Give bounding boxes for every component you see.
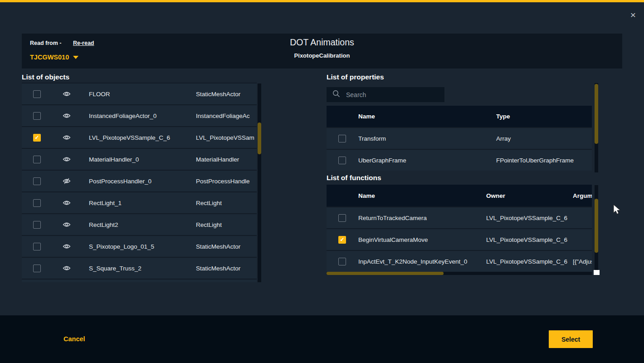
function-name: InpActEvt_T_K2Node_InputKeyEvent_0 — [358, 251, 467, 272]
dialog-header: Read from - Re-read TJCGWS010 DOT Animat… — [22, 34, 622, 69]
eye-icon[interactable] — [63, 265, 71, 272]
object-row[interactable]: S_Pixotope_Logo_01_5 StaticMeshActor — [22, 235, 257, 257]
function-name: BeginVirtualCameraMove — [358, 229, 428, 250]
object-name: RectLight_1 — [89, 192, 122, 213]
function-arguments — [573, 207, 592, 228]
column-header-name: Name — [358, 106, 375, 127]
property-name: UberGraphFrame — [358, 150, 406, 171]
checkbox-unchecked[interactable] — [33, 90, 41, 98]
property-name: Transform — [358, 128, 386, 149]
column-header-arguments: Argume — [573, 185, 592, 206]
object-row-selected[interactable]: LVL_PixotopeVSSample_C_6 LVL_PixotopeVSS… — [22, 126, 257, 148]
function-row[interactable]: ReturnToTrackedCamera LVL_PixotopeVSSamp… — [327, 206, 592, 228]
object-row[interactable]: PostProcessHandler_0 PostProcessHandle — [22, 170, 257, 191]
object-row[interactable]: MaterialHandler_0 MaterialHandler — [22, 148, 257, 170]
object-type: InstancedFoliageAc — [196, 105, 257, 126]
object-row[interactable]: InstancedFoliageActor_0 InstancedFoliage… — [22, 104, 257, 126]
checkbox-unchecked[interactable] — [338, 135, 346, 142]
objects-heading: List of objects — [22, 73, 69, 81]
checkbox-unchecked[interactable] — [33, 265, 41, 272]
checkbox-unchecked[interactable] — [338, 157, 346, 164]
eye-icon[interactable] — [63, 90, 71, 98]
eye-icon[interactable] — [63, 156, 71, 163]
functions-scrollbar[interactable] — [595, 185, 598, 275]
checkbox-unchecked[interactable] — [33, 243, 41, 250]
eye-icon[interactable] — [63, 199, 71, 206]
functions-heading: List of functions — [327, 174, 381, 182]
scrollbar-corner — [594, 270, 600, 275]
column-header-owner: Owner — [486, 185, 505, 206]
object-type: MaterialHandler — [196, 149, 257, 170]
partial-row — [22, 279, 257, 282]
checkbox-unchecked[interactable] — [338, 258, 346, 265]
property-row[interactable]: Transform Array — [327, 127, 592, 149]
object-type: PostProcessHandle — [196, 171, 257, 191]
checkbox-unchecked[interactable] — [33, 112, 41, 120]
eye-icon[interactable] — [63, 112, 71, 119]
function-name: ReturnToTrackedCamera — [358, 207, 427, 228]
mouse-cursor — [613, 204, 621, 215]
window-accent-bar — [0, 0, 644, 2]
object-row[interactable]: RectLight2 RectLight — [22, 213, 257, 235]
object-name: S_Square_Truss_2 — [89, 258, 141, 279]
dialog-subtitle: PixotopeCalibration — [22, 52, 622, 59]
checkbox-checked[interactable] — [33, 134, 41, 142]
properties-table-header: Name Type — [327, 106, 592, 127]
properties-scrollbar[interactable] — [595, 83, 598, 172]
dialog-footer — [0, 315, 644, 363]
properties-scrollbar-thumb[interactable] — [595, 84, 598, 144]
function-arguments: [{"Adjus — [573, 251, 592, 272]
checkbox-unchecked[interactable] — [338, 214, 346, 222]
object-type: StaticMeshActor — [196, 83, 257, 104]
dialog-title: DOT Animations — [22, 37, 622, 48]
functions-hscrollbar-thumb[interactable] — [327, 272, 444, 275]
checkbox-unchecked[interactable] — [33, 221, 41, 229]
search-icon — [332, 90, 340, 99]
functions-table: Name Owner Argume ReturnToTrackedCamera … — [327, 185, 592, 272]
object-row[interactable]: S_Square_Truss_2 StaticMeshActor — [22, 257, 257, 279]
checkbox-checked[interactable] — [338, 236, 346, 244]
object-type: LVL_PixotopeVSSam — [196, 127, 257, 148]
eye-icon[interactable] — [63, 134, 71, 141]
function-owner: LVL_PixotopeVSSample_C_6 — [486, 251, 567, 272]
properties-search[interactable] — [327, 87, 444, 102]
function-owner: LVL_PixotopeVSSample_C_6 — [486, 207, 567, 228]
function-owner: LVL_PixotopeVSSample_C_6 — [486, 229, 567, 250]
object-row[interactable]: RectLight_1 RectLight — [22, 191, 257, 213]
object-type: StaticMeshActor — [196, 236, 257, 257]
function-row-selected[interactable]: BeginVirtualCameraMove LVL_PixotopeVSSam… — [327, 228, 592, 250]
object-name: S_Pixotope_Logo_01_5 — [89, 236, 154, 257]
close-icon[interactable]: × — [627, 9, 639, 21]
functions-table-header: Name Owner Argume — [327, 185, 592, 206]
object-type: RectLight — [196, 192, 257, 213]
checkbox-unchecked[interactable] — [33, 177, 41, 185]
object-name: MaterialHandler_0 — [89, 149, 139, 170]
function-arguments — [573, 229, 592, 250]
search-input[interactable] — [346, 91, 437, 98]
checkbox-unchecked[interactable] — [33, 156, 41, 163]
object-name: FLOOR — [89, 83, 110, 104]
select-button[interactable]: Select — [549, 330, 593, 348]
objects-scrollbar-thumb[interactable] — [258, 123, 261, 154]
eye-icon[interactable] — [63, 243, 71, 250]
cancel-button[interactable]: Cancel — [63, 335, 85, 343]
object-row[interactable]: FLOOR StaticMeshActor — [22, 83, 257, 104]
function-row[interactable]: InpActEvt_T_K2Node_InputKeyEvent_0 LVL_P… — [327, 250, 592, 272]
object-name: LVL_PixotopeVSSample_C_6 — [89, 127, 170, 148]
functions-hscrollbar[interactable] — [327, 272, 592, 275]
properties-table: Name Type Transform Array UberGraphFrame… — [327, 106, 592, 171]
properties-heading: List of properties — [327, 73, 384, 81]
objects-table: FLOOR StaticMeshActor InstancedFoliageAc… — [22, 83, 257, 282]
eye-icon[interactable] — [63, 221, 71, 228]
property-type: Array — [496, 128, 592, 149]
property-row[interactable]: UberGraphFrame FPointerToUberGraphFrame — [327, 149, 592, 171]
column-header-name: Name — [358, 185, 375, 206]
object-name: RectLight2 — [89, 214, 118, 235]
object-type: StaticMeshActor — [196, 258, 257, 279]
functions-scrollbar-thumb[interactable] — [595, 199, 598, 253]
eye-off-icon[interactable] — [63, 177, 71, 185]
checkbox-unchecked[interactable] — [33, 199, 41, 207]
column-header-type: Type — [496, 106, 592, 127]
objects-scrollbar[interactable] — [258, 83, 261, 282]
object-type: RectLight — [196, 214, 257, 235]
